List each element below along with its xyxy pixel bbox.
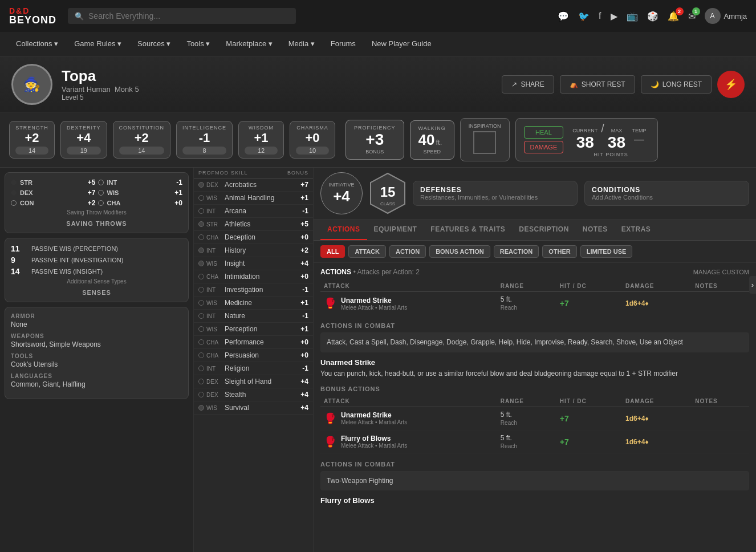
dice-icon[interactable]: 🎲 xyxy=(647,11,659,22)
sh-prof: PROF xyxy=(198,170,215,176)
tab-actions[interactable]: ACTIONS xyxy=(320,220,367,240)
tools-val: Cook's Utensils xyxy=(11,360,182,368)
bell-icon[interactable]: 🔔2 xyxy=(668,11,679,22)
twitter-icon[interactable]: 🐦 xyxy=(578,11,590,22)
skill-investigation[interactable]: INT Investigation -1 xyxy=(194,283,313,297)
filter-action[interactable]: ACTION xyxy=(389,245,426,258)
sidebar-collapse[interactable]: › xyxy=(749,276,756,294)
skill-investigation-dot xyxy=(198,287,204,293)
ddb-logo[interactable]: D&D BEYOND xyxy=(9,7,56,25)
stat-wisdom[interactable]: WISDOM +1 12 xyxy=(238,121,284,159)
nav-media[interactable]: Media ▾ xyxy=(282,32,322,57)
stat-constitution[interactable]: CONSTITUTION +2 14 xyxy=(113,121,171,159)
skill-sleight-of-hand[interactable]: DEX Sleight of Hand +4 xyxy=(194,375,313,388)
skill-deception[interactable]: CHA Deception +0 xyxy=(194,231,313,244)
youtube-icon[interactable]: ▶ xyxy=(611,11,617,22)
walking-speed: 40 xyxy=(418,131,435,149)
filter-attack[interactable]: ATTACK xyxy=(348,245,386,258)
facebook-icon[interactable]: f xyxy=(599,11,601,21)
bonus-col-damage: DAMAGE xyxy=(622,396,692,407)
inspiration-box[interactable]: INSPIRATION xyxy=(460,118,510,161)
skill-acrobatics[interactable]: DEX Acrobatics +7 xyxy=(194,178,313,192)
col-attack: ATTACK xyxy=(320,281,497,292)
bonus-actions-title: BONUS ACTIONS xyxy=(320,385,749,392)
skill-performance[interactable]: CHA Performance +0 xyxy=(194,336,313,349)
skill-arcana[interactable]: INT Arcana -1 xyxy=(194,205,313,218)
skill-intimidation[interactable]: CHA Intimidation +0 xyxy=(194,270,313,283)
skill-stealth[interactable]: DEX Stealth +4 xyxy=(194,388,313,401)
table-row[interactable]: 🥊 Flurry of Blows Melee Attack • Martial… xyxy=(320,430,749,453)
search-input[interactable] xyxy=(88,11,289,21)
damage-button[interactable]: DAMAGE xyxy=(524,141,564,153)
stat-strength[interactable]: STRENGTH +2 14 xyxy=(9,121,55,159)
save-cha-dot xyxy=(98,200,104,206)
filter-other[interactable]: OTHER xyxy=(542,245,577,258)
table-row[interactable]: 🥊 Unarmed Strike Melee Attack • Martial … xyxy=(320,407,749,430)
table-row[interactable]: 🥊 Unarmed Strike Melee Attack • Martial … xyxy=(320,292,749,315)
skill-history[interactable]: INT History +2 xyxy=(194,244,313,257)
search-bar[interactable]: 🔍 xyxy=(68,8,296,24)
skill-acrobatics-name: Acrobatics xyxy=(225,181,292,189)
stat-intelligence-score: 8 xyxy=(182,147,226,155)
stat-intelligence-label: INTELLIGENCE xyxy=(182,125,226,131)
tab-notes[interactable]: NOTES xyxy=(576,220,615,240)
skill-arcana-name: Arcana xyxy=(225,207,292,215)
message-icon[interactable]: ✉1 xyxy=(688,11,696,22)
senses-title[interactable]: SENSES xyxy=(11,289,182,296)
filter-bonus-action[interactable]: BONUS ACTION xyxy=(429,245,490,258)
skill-animal-handling-bonus: +1 xyxy=(295,194,308,202)
user-pill[interactable]: A Ammja xyxy=(705,8,747,24)
skill-intimidation-bonus: +0 xyxy=(295,273,308,281)
save-con: CON +2 xyxy=(11,199,96,207)
twitch-icon[interactable]: 📺 xyxy=(627,11,638,22)
share-button[interactable]: ↗ SHARE xyxy=(502,75,554,94)
short-rest-button[interactable]: ⛺ SHORT REST xyxy=(560,75,635,94)
stat-strength-score: 14 xyxy=(15,147,48,155)
nav-marketplace[interactable]: Marketplace ▾ xyxy=(219,32,279,57)
nav-new-player-guide[interactable]: New Player Guide xyxy=(365,32,438,57)
manage-custom-button[interactable]: MANAGE CUSTOM xyxy=(693,269,749,275)
tab-features-traits[interactable]: FEATURES & TRAITS xyxy=(424,220,512,240)
actions-content: ACTIONS • Attacks per Action: 2 MANAGE C… xyxy=(314,263,756,552)
long-rest-button[interactable]: 🌙 LONG REST xyxy=(641,75,712,94)
filter-all[interactable]: ALL xyxy=(320,245,345,258)
chat-icon[interactable]: 💬 xyxy=(558,11,569,22)
nav-sources[interactable]: Sources ▾ xyxy=(131,32,177,57)
skill-history-bonus: +2 xyxy=(295,246,308,254)
nav-collections[interactable]: Collections ▾ xyxy=(9,32,65,57)
skill-acrobatics-bonus: +7 xyxy=(295,181,308,189)
combat-actions-text: Attack, Cast a Spell, Dash, Disengage, D… xyxy=(327,338,743,347)
skill-athletics[interactable]: STR Athletics +5 xyxy=(194,218,313,231)
skill-perception[interactable]: WIS Perception +1 xyxy=(194,323,313,336)
col-notes: NOTES xyxy=(692,281,749,292)
skill-persuasion[interactable]: CHA Persuasion +0 xyxy=(194,349,313,362)
tab-description[interactable]: DESCRIPTION xyxy=(512,220,576,240)
skill-religion[interactable]: INT Religion -1 xyxy=(194,362,313,375)
skill-insight[interactable]: WIS Insight +4 xyxy=(194,257,313,270)
stat-charisma[interactable]: CHARISMA +0 10 xyxy=(290,121,335,159)
save-dex: DEX +7 xyxy=(11,189,96,197)
left-col: STR +5 INT -1 DEX +7 WI xyxy=(0,168,194,552)
skill-medicine-dot xyxy=(198,300,204,306)
filter-reaction[interactable]: REACTION xyxy=(494,245,539,258)
heal-button[interactable]: HEAL xyxy=(524,126,564,139)
skill-medicine-attr: WIS xyxy=(206,300,222,306)
sense-insight-val: 14 xyxy=(11,267,27,276)
skill-sleight-of-hand-dot xyxy=(198,379,204,384)
saving-throws-title[interactable]: SAVING THROWS xyxy=(11,220,182,227)
skill-animal-handling[interactable]: WIS Animal Handling +1 xyxy=(194,192,313,205)
stat-dexterity[interactable]: DEXTERITY +4 19 xyxy=(60,121,107,159)
stat-intelligence[interactable]: INTELLIGENCE -1 8 xyxy=(176,121,233,159)
save-str-dot xyxy=(11,180,17,185)
tab-extras[interactable]: EXTRAS xyxy=(615,220,658,240)
skill-survival[interactable]: WIS Survival +4 xyxy=(194,401,313,415)
filter-limited-use[interactable]: LIMITED USE xyxy=(580,245,633,258)
skill-medicine[interactable]: WIS Medicine +1 xyxy=(194,297,313,310)
nav-forums[interactable]: Forums xyxy=(324,32,363,57)
skill-nature[interactable]: INT Nature -1 xyxy=(194,310,313,323)
nav-gamerules[interactable]: Game Rules ▾ xyxy=(67,32,128,57)
nav-tools[interactable]: Tools ▾ xyxy=(180,32,217,57)
skill-sleight-of-hand-name: Sleight of Hand xyxy=(225,378,292,385)
hp-label: HIT POINTS xyxy=(572,152,649,157)
tab-equipment[interactable]: EQUIPMENT xyxy=(367,220,424,240)
